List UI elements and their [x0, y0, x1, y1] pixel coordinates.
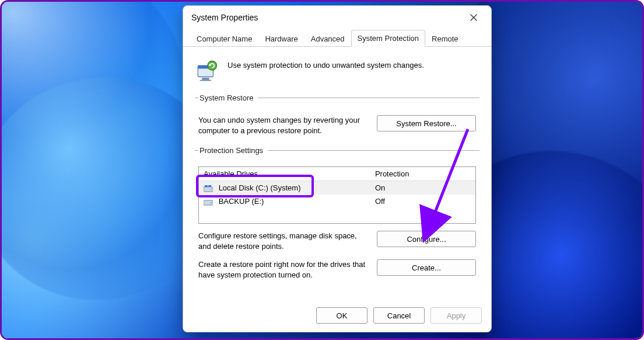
restore-desc: You can undo system changes by reverting…: [198, 115, 368, 136]
svg-point-8: [211, 189, 212, 190]
tab-advanced[interactable]: Advanced: [304, 30, 351, 47]
cancel-button[interactable]: Cancel: [373, 307, 425, 324]
svg-rect-6: [205, 185, 208, 187]
apply-button[interactable]: Apply: [430, 307, 482, 324]
create-desc: Create a restore point right now for the…: [198, 259, 368, 280]
drive-protection: Off: [370, 195, 475, 208]
tab-system-protection[interactable]: System Protection: [351, 30, 426, 47]
group-legend: System Restore: [198, 93, 258, 102]
drive-icon: [204, 185, 213, 192]
drive-protection: On: [370, 181, 475, 195]
window-title: System Properties: [191, 13, 461, 22]
tab-remote[interactable]: Remote: [425, 30, 465, 47]
svg-point-4: [208, 61, 217, 70]
tab-computer-name[interactable]: Computer Name: [190, 30, 258, 47]
intro-text: Use system protection to undo unwanted s…: [228, 58, 424, 70]
drive-name: BACKUP (E:): [219, 197, 264, 206]
drive-row[interactable]: BACKUP (E:) Off: [199, 195, 475, 208]
group-system-restore: System Restore You can undo system chang…: [195, 93, 480, 139]
system-properties-window: System Properties Computer Name Hardware…: [183, 5, 492, 332]
configure-desc: Configure restore settings, manage disk …: [198, 231, 368, 251]
titlebar[interactable]: System Properties: [183, 6, 491, 29]
close-icon[interactable]: [461, 9, 487, 26]
drive-icon: [204, 199, 213, 206]
system-protection-icon: [195, 58, 219, 83]
system-restore-button[interactable]: System Restore...: [377, 115, 476, 131]
create-button[interactable]: Create...: [377, 259, 476, 276]
dialog-footer: OK Cancel Apply: [183, 300, 491, 332]
drive-name: Local Disk (C:) (System): [219, 183, 301, 192]
ok-button[interactable]: OK: [316, 307, 368, 324]
svg-rect-2: [202, 78, 209, 80]
tab-hardware[interactable]: Hardware: [258, 30, 304, 47]
configure-button[interactable]: Configure...: [377, 231, 476, 247]
tab-body: Use system protection to undo unwanted s…: [183, 47, 491, 300]
tabstrip: Computer Name Hardware Advanced System P…: [183, 29, 491, 47]
drives-list[interactable]: Available Drives Protection: [198, 166, 476, 224]
svg-rect-3: [200, 80, 211, 81]
column-header-protection[interactable]: Protection: [370, 167, 475, 181]
group-protection-settings: Protection Settings Available Drives Pro…: [195, 146, 480, 283]
svg-point-10: [211, 202, 212, 203]
column-header-drives[interactable]: Available Drives: [199, 167, 370, 181]
svg-rect-7: [208, 185, 211, 187]
group-legend: Protection Settings: [198, 146, 268, 155]
drive-row[interactable]: Local Disk (C:) (System) On: [199, 181, 475, 195]
